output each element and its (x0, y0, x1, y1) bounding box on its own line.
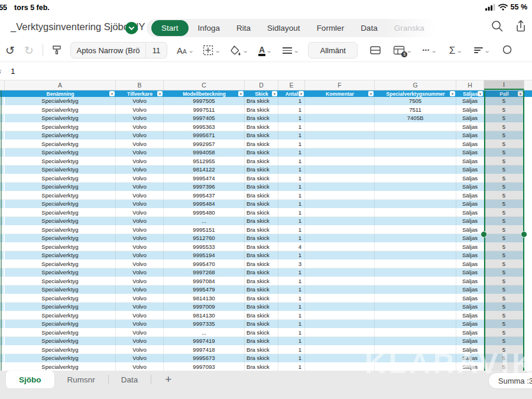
table-cell[interactable]: Volvo (116, 243, 164, 252)
sort-filter-button[interactable]: ⌄ (474, 41, 489, 59)
table-cell[interactable]: 9997084 (164, 277, 245, 286)
table-cell[interactable]: 9814130 (164, 294, 245, 303)
table-cell[interactable]: 1 (278, 123, 305, 132)
table-cell[interactable] (375, 260, 456, 269)
table-header-cell[interactable]: Säljas▾ (456, 90, 484, 97)
table-cell[interactable]: Säljas (456, 320, 484, 329)
table-cell[interactable]: 9997009 (164, 303, 245, 312)
table-cell[interactable]: Volvo (116, 303, 164, 312)
table-cell[interactable]: 5 (484, 217, 524, 226)
table-cell[interactable]: 5 (484, 312, 524, 320)
table-cell[interactable] (375, 131, 456, 140)
table-cell[interactable]: 1 (278, 329, 305, 338)
table-cell[interactable]: Bra skick (245, 97, 278, 106)
table-cell[interactable]: Bra skick (245, 277, 278, 286)
table-cell[interactable]: Bra skick (245, 140, 278, 149)
table-cell[interactable]: Bra skick (245, 303, 278, 312)
table-cell[interactable]: Specialverktyg (5, 234, 116, 243)
table-cell[interactable]: 9997505 (164, 97, 245, 106)
table-cell[interactable] (305, 251, 375, 260)
table-cell[interactable]: 9995437 (164, 192, 245, 200)
number-format-select[interactable]: Allmänt (308, 42, 358, 59)
table-cell[interactable]: 1 (278, 354, 305, 363)
filter-dropdown-icon[interactable]: ▾ (109, 91, 115, 96)
table-cell[interactable]: Specialverktyg (5, 217, 116, 226)
table-cell[interactable]: 9512760 (164, 234, 245, 243)
table-cell[interactable]: 1 (278, 131, 305, 140)
table-cell[interactable]: 9814122 (164, 166, 245, 174)
table-cell[interactable]: Volvo (116, 157, 164, 166)
table-cell[interactable]: 7511 (375, 106, 456, 115)
table-cell[interactable]: Säljas (456, 157, 484, 166)
table-cell[interactable]: 1 (278, 166, 305, 174)
table-cell[interactable] (305, 166, 375, 174)
table-cell[interactable]: Volvo (116, 114, 164, 123)
table-header-cell[interactable]: Antal▾ (278, 90, 305, 97)
find-button[interactable] (498, 41, 514, 59)
table-header-cell[interactable]: Skick▾ (245, 90, 278, 97)
table-cell[interactable]: 9995363 (164, 123, 245, 132)
autosum-button[interactable]: Σ⌄ (448, 41, 463, 59)
table-cell[interactable]: Säljas (456, 243, 484, 252)
table-cell[interactable]: Specialverktyg (5, 354, 116, 363)
table-cell[interactable]: Bra skick (245, 226, 278, 235)
table-header-cell[interactable]: Kommentar▾ (305, 90, 375, 97)
table-cell[interactable]: Specialverktyg (5, 226, 116, 235)
table-cell[interactable] (375, 200, 456, 209)
table-cell[interactable]: 9992957 (164, 140, 245, 149)
table-cell[interactable]: Specialverktyg (5, 312, 116, 320)
table-cell[interactable]: 1 (278, 320, 305, 329)
table-cell[interactable] (375, 346, 456, 355)
table-cell[interactable]: 5 (484, 260, 524, 269)
table-cell[interactable]: 1 (278, 157, 305, 166)
table-header-cell[interactable]: Benämning▾ (5, 90, 116, 97)
table-cell[interactable]: 9814130 (164, 312, 245, 320)
table-cell[interactable]: Bra skick (245, 294, 278, 303)
table-cell[interactable]: ... (164, 329, 245, 338)
table-cell[interactable]: Säljas (456, 131, 484, 140)
table-cell[interactable]: 5 (484, 148, 524, 157)
table-cell[interactable]: 1 (278, 217, 305, 226)
table-cell[interactable]: Specialverktyg (5, 251, 116, 260)
ribbon-tab-data[interactable]: Data (352, 19, 386, 37)
ribbon-tab-granska[interactable]: Granska (386, 19, 433, 37)
ribbon-tab-start[interactable]: Start (151, 20, 189, 36)
table-cell[interactable]: 9997405 (164, 114, 245, 123)
table-cell[interactable] (305, 226, 375, 235)
table-cell[interactable]: 1 (278, 183, 305, 192)
table-cell[interactable]: Specialverktyg (5, 337, 116, 346)
table-cell[interactable] (305, 286, 375, 294)
table-cell[interactable]: Specialverktyg (5, 243, 116, 252)
table-cell[interactable] (305, 209, 375, 218)
table-cell[interactable] (305, 97, 375, 106)
table-cell[interactable]: 5 (484, 123, 524, 132)
table-cell[interactable]: Säljas (456, 114, 484, 123)
filter-dropdown-icon[interactable]: ▾ (450, 91, 455, 96)
table-cell[interactable]: 5 (484, 329, 524, 338)
table-cell[interactable]: Säljas (456, 329, 484, 338)
table-cell[interactable]: Specialverktyg (5, 209, 116, 218)
table-cell[interactable]: Volvo (116, 260, 164, 269)
formula-bar[interactable]: fx 1 (0, 61, 532, 80)
table-cell[interactable]: 4 (278, 243, 305, 252)
table-cell[interactable]: Specialverktyg (5, 140, 116, 149)
table-cell[interactable]: Volvo (116, 226, 164, 235)
table-cell[interactable]: Säljas (456, 234, 484, 243)
more-formatting-button[interactable]: •••⌄ (422, 41, 437, 59)
sheet-tab-rumsnr[interactable]: Rumsnr (54, 371, 108, 388)
selection-handle-right[interactable] (521, 231, 527, 238)
table-cell[interactable]: 5 (484, 174, 524, 183)
table-cell[interactable]: 9995151 (164, 226, 245, 235)
table-cell[interactable]: Bra skick (245, 200, 278, 209)
table-cell[interactable] (305, 174, 375, 183)
table-cell[interactable]: Säljas (456, 251, 484, 260)
table-cell[interactable] (305, 192, 375, 200)
alignment-button[interactable]: ⌄ (283, 41, 299, 59)
table-cell[interactable] (305, 363, 375, 371)
table-cell[interactable]: Bra skick (245, 192, 278, 200)
table-header-cell[interactable]: Tillverkare▾ (116, 90, 164, 97)
table-cell[interactable] (375, 148, 456, 157)
column-header-a[interactable]: A (5, 80, 116, 90)
table-cell[interactable]: Volvo (116, 234, 164, 243)
table-cell[interactable]: Volvo (116, 166, 164, 174)
